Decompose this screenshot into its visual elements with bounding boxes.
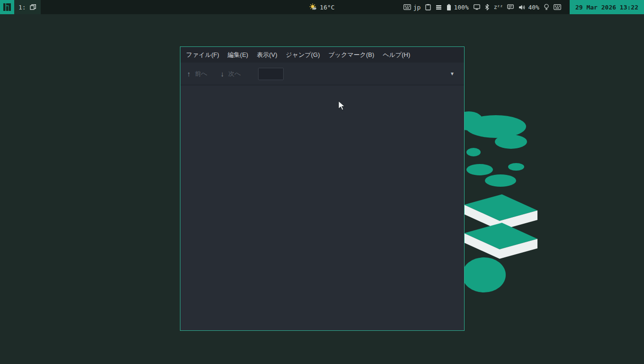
document-content-area [180, 85, 464, 330]
next-page-button[interactable]: ↓ 次へ [221, 70, 241, 78]
menubar: ファイル(F) 編集(E) 表示(V) ジャンプ(G) ブックマーク(B) ヘル… [180, 47, 464, 63]
battery-percent-label: 100% [454, 4, 468, 11]
menu-help[interactable]: ヘルプ(H) [378, 47, 414, 63]
weather-temp: 16°C [320, 4, 334, 11]
volume-indicator[interactable]: 40% [519, 4, 539, 11]
next-page-label: 次へ [228, 70, 241, 78]
speaker-icon [519, 4, 526, 10]
menu-bookmarks-label: ブックマーク(B) [329, 51, 375, 59]
menu-go-label: ジャンプ(G) [286, 51, 320, 59]
layers-tray-icon[interactable] [436, 4, 442, 10]
keyboard-layout-indicator[interactable]: jp [403, 4, 421, 11]
menu-bookmarks[interactable]: ブックマーク(B) [324, 47, 379, 63]
window-copy-icon [30, 4, 36, 10]
idle-inhibitor-indicator[interactable]: zᶻᶻ [494, 4, 503, 10]
keyboard-icon-2 [554, 4, 561, 10]
top-status-bar: 1: 16°C jp [0, 0, 644, 14]
menu-edit-label: 編集(E) [228, 51, 248, 59]
chat-icon [507, 4, 514, 10]
layers-icon [436, 4, 442, 10]
zzz-icon: zᶻᶻ [494, 4, 503, 10]
battery-indicator[interactable]: 100% [447, 4, 468, 11]
menu-go[interactable]: ジャンプ(G) [282, 47, 324, 63]
datetime-label: 29 Mar 2026 13:22 [575, 4, 638, 11]
page-number-input[interactable] [258, 68, 284, 80]
battery-icon [447, 4, 451, 11]
previous-page-label: 前へ [195, 70, 207, 78]
volume-percent-label: 40% [528, 4, 539, 11]
virtual-keyboard-toggle[interactable] [554, 4, 561, 10]
system-tray: jp 100% [403, 0, 644, 14]
workspace-indicator[interactable]: 1: [14, 0, 41, 14]
manjaro-logo-icon [3, 3, 11, 11]
chevron-down-icon[interactable]: ▼ [447, 69, 457, 78]
night-light-toggle[interactable] [544, 4, 549, 11]
document-viewer-window: ファイル(F) 編集(E) 表示(V) ジャンプ(G) ブックマーク(B) ヘル… [180, 46, 465, 331]
sun-icon [309, 3, 317, 11]
keyboard-icon [403, 4, 411, 10]
notes-tray-icon[interactable] [507, 4, 514, 10]
menu-view-label: 表示(V) [257, 51, 277, 59]
menu-view[interactable]: 表示(V) [252, 47, 281, 63]
bluetooth-icon [485, 4, 489, 10]
launcher-button[interactable] [0, 0, 14, 14]
menu-help-label: ヘルプ(H) [383, 51, 410, 59]
previous-page-button[interactable]: ↑ 前へ [187, 70, 207, 78]
lightbulb-icon [544, 4, 549, 11]
clipboard-icon [425, 4, 431, 10]
arrow-up-icon: ↑ [187, 70, 191, 77]
menu-file-label: ファイル(F) [186, 51, 219, 59]
display-icon [474, 4, 480, 10]
menu-file[interactable]: ファイル(F) [182, 47, 224, 63]
bluetooth-tray-icon[interactable] [485, 4, 489, 10]
display-tray-icon[interactable] [474, 4, 480, 10]
workspace-label: 1: [18, 4, 26, 11]
menu-edit[interactable]: 編集(E) [224, 47, 252, 63]
clipboard-tray-icon[interactable] [425, 4, 431, 10]
navigation-toolbar: ↑ 前へ ↓ 次へ ▼ [180, 63, 464, 85]
weather-widget[interactable]: 16°C [309, 0, 334, 14]
arrow-down-icon: ↓ [221, 70, 224, 77]
keyboard-layout-label: jp [413, 4, 421, 11]
datetime-indicator[interactable]: 29 Mar 2026 13:22 [570, 0, 644, 14]
